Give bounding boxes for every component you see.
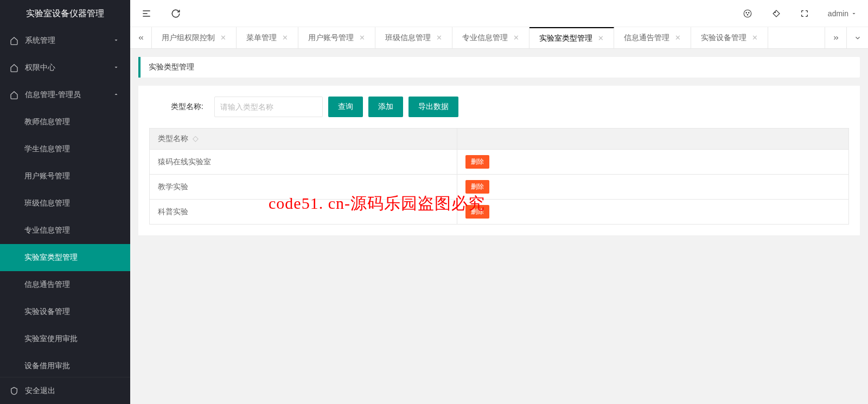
sidebar-item-label: 实验设备管理 (24, 307, 120, 317)
svg-point-0 (744, 10, 751, 17)
user-menu[interactable]: admin (828, 9, 857, 18)
tab-label: 实验室类型管理 (539, 34, 592, 43)
tab-label: 菜单管理 (246, 33, 277, 43)
cell-name: 猿码在线实验室 (150, 150, 457, 175)
type-name-input[interactable] (214, 97, 323, 117)
tab-label: 信息通告管理 (624, 33, 669, 43)
sidebar-item[interactable]: 用户账号管理 (0, 163, 130, 190)
sidebar-item-label: 学生信息管理 (24, 144, 120, 154)
sidebar-group-info-admin[interactable]: 信息管理-管理员 (0, 81, 130, 108)
tab[interactable]: 班级信息管理✕ (375, 27, 452, 48)
tab[interactable]: 用户组权限控制✕ (152, 27, 237, 48)
main: admin 用户组权限控制✕菜单管理✕用户账号管理✕班级信息管理✕专业信息管理✕… (130, 0, 868, 404)
sidebar-item-label: 实验室使用审批 (24, 334, 120, 344)
close-icon[interactable]: ✕ (598, 34, 604, 42)
theme-icon[interactable] (743, 9, 752, 18)
tabs-bar: 用户组权限控制✕菜单管理✕用户账号管理✕班级信息管理✕专业信息管理✕实验室类型管… (130, 27, 868, 49)
cell-name: 科普实验 (150, 200, 457, 225)
chevron-up-icon (113, 91, 120, 99)
table-header-name[interactable]: 类型名称 ◇ (150, 129, 457, 150)
sidebar-item[interactable]: 实验设备管理 (0, 298, 130, 325)
chevron-down-icon (851, 10, 857, 17)
svg-point-4 (775, 12, 776, 13)
table-header-action (457, 129, 849, 150)
tab-label: 用户组权限控制 (162, 33, 215, 43)
sidebar-item-label: 班级信息管理 (24, 198, 120, 208)
sidebar-item-label: 实验室类型管理 (24, 253, 120, 262)
tab[interactable]: 专业信息管理✕ (452, 27, 529, 48)
search-label: 类型名称: (171, 102, 203, 112)
add-button[interactable]: 添加 (368, 97, 403, 117)
cell-action: 删除 (457, 200, 849, 225)
note-icon[interactable] (771, 9, 781, 18)
logout-label: 安全退出 (25, 386, 55, 396)
sidebar-item[interactable]: 教师信息管理 (0, 108, 130, 136)
export-button[interactable]: 导出数据 (409, 97, 458, 117)
svg-point-3 (747, 14, 748, 15)
close-icon[interactable]: ✕ (359, 34, 365, 42)
search-row: 类型名称: 查询 添加 导出数据 (149, 97, 849, 128)
cell-action: 删除 (457, 150, 849, 175)
home-icon (10, 36, 18, 45)
table-row: 科普实验删除 (150, 200, 849, 225)
sidebar-group-system[interactable]: 系统管理 (0, 27, 130, 54)
query-button[interactable]: 查询 (328, 97, 363, 117)
user-label: admin (828, 9, 848, 18)
delete-button[interactable]: 删除 (465, 205, 489, 219)
close-icon[interactable]: ✕ (513, 34, 519, 42)
collapse-sidebar-icon[interactable] (141, 8, 152, 19)
tab[interactable]: 信息通告管理✕ (614, 27, 691, 48)
tab[interactable]: 菜单管理✕ (237, 27, 298, 48)
tab-label: 班级信息管理 (385, 33, 431, 43)
delete-button[interactable]: 删除 (465, 180, 489, 194)
tab[interactable]: 实验设备管理✕ (691, 27, 768, 48)
refresh-icon[interactable] (171, 9, 181, 18)
page-title: 实验类型管理 (138, 57, 860, 78)
data-table: 类型名称 ◇ 猿码在线实验室删除教学实验删除科普实验删除 (149, 128, 849, 225)
panel-body: 类型名称: 查询 添加 导出数据 类型名称 ◇ (138, 86, 860, 235)
close-icon[interactable]: ✕ (282, 34, 288, 42)
sidebar-group-permission[interactable]: 权限中心 (0, 54, 130, 81)
svg-point-2 (748, 12, 749, 13)
close-icon[interactable]: ✕ (752, 34, 758, 42)
sidebar-logout[interactable]: 安全退出 (0, 377, 130, 404)
table-row: 猿码在线实验室删除 (150, 150, 849, 175)
tab-label: 专业信息管理 (462, 33, 508, 43)
tab[interactable]: 用户账号管理✕ (298, 27, 375, 48)
sidebar-item[interactable]: 专业信息管理 (0, 217, 130, 244)
home-icon (10, 91, 18, 99)
sidebar-item[interactable]: 学生信息管理 (0, 136, 130, 163)
sidebar-item[interactable]: 实验室类型管理 (0, 244, 130, 271)
sidebar-item[interactable]: 设备借用审批 (0, 352, 130, 377)
cell-name: 教学实验 (150, 175, 457, 200)
close-icon[interactable]: ✕ (675, 34, 681, 42)
fullscreen-icon[interactable] (800, 9, 809, 18)
table-row: 教学实验删除 (150, 175, 849, 200)
sidebar-item[interactable]: 实验室使用审批 (0, 325, 130, 352)
close-icon[interactable]: ✕ (220, 34, 226, 42)
tabs-scroll-left[interactable] (130, 27, 152, 48)
sidebar-item-label: 专业信息管理 (24, 226, 120, 235)
sidebar-item-label: 教师信息管理 (24, 117, 120, 127)
tabs-scroll-right[interactable] (825, 27, 846, 48)
sidebar-item[interactable]: 班级信息管理 (0, 190, 130, 217)
shield-icon (10, 387, 18, 395)
sidebar: 实验室设备仪器管理 系统管理 权限中心 信息管理-管理员 教师信息管理学生信息管… (0, 0, 130, 404)
tab[interactable]: 实验室类型管理✕ (529, 27, 614, 48)
tabs-dropdown[interactable] (846, 27, 868, 48)
panel: 实验类型管理 (138, 57, 860, 78)
delete-button[interactable]: 删除 (465, 155, 489, 169)
chevron-down-icon (113, 37, 120, 44)
home-icon (10, 63, 18, 72)
sidebar-group-label: 系统管理 (25, 36, 113, 46)
svg-point-1 (746, 12, 747, 13)
chevron-down-icon (113, 64, 120, 72)
sidebar-item-label: 设备借用审批 (24, 361, 120, 371)
sidebar-item[interactable]: 信息通告管理 (0, 271, 130, 298)
sidebar-item-label: 用户账号管理 (24, 171, 120, 181)
sort-icon[interactable]: ◇ (193, 134, 199, 143)
close-icon[interactable]: ✕ (436, 34, 442, 42)
sidebar-group-label: 信息管理-管理员 (25, 90, 113, 100)
topbar: admin (130, 0, 868, 27)
sidebar-menu: 系统管理 权限中心 信息管理-管理员 教师信息管理学生信息管理用户账号管理班级信… (0, 27, 130, 377)
